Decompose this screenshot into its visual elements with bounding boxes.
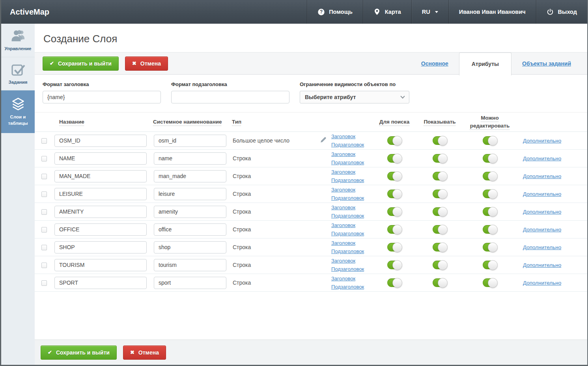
show-toggle[interactable] xyxy=(433,207,447,216)
more-link[interactable]: Дополнительно xyxy=(523,173,561,179)
show-toggle[interactable] xyxy=(433,190,447,198)
attr-name-input[interactable] xyxy=(54,223,147,236)
edit-toggle[interactable] xyxy=(483,154,497,163)
edit-type-pencil-icon[interactable] xyxy=(319,136,327,144)
subheader-link[interactable]: Подзаголовок xyxy=(331,265,364,273)
row-checkbox[interactable] xyxy=(41,156,47,161)
attr-system-input[interactable] xyxy=(154,152,226,165)
header-link[interactable]: Заголовок xyxy=(331,221,355,229)
attr-name-input[interactable] xyxy=(54,277,147,289)
user-menu[interactable]: Иванов Иван Иванович xyxy=(448,0,536,24)
subheader-link[interactable]: Подзаголовок xyxy=(331,158,364,167)
show-toggle[interactable] xyxy=(433,225,447,234)
header-link[interactable]: Заголовок xyxy=(331,186,355,194)
show-toggle[interactable] xyxy=(433,261,447,269)
more-link[interactable]: Дополнительно xyxy=(523,191,561,197)
header-link[interactable]: Заголовок xyxy=(331,132,355,141)
attr-name-input[interactable] xyxy=(54,170,147,182)
edit-toggle[interactable] xyxy=(483,136,497,145)
sidebar-item-layers-tables[interactable]: Слои и таблицы xyxy=(1,90,35,133)
attr-name-input[interactable] xyxy=(54,152,147,165)
show-toggle[interactable] xyxy=(433,172,447,180)
attr-system-input[interactable] xyxy=(154,223,226,236)
more-link[interactable]: Дополнительно xyxy=(523,244,561,250)
row-checkbox[interactable] xyxy=(41,263,47,268)
subheader-link[interactable]: Подзаголовок xyxy=(331,212,364,220)
row-checkbox[interactable] xyxy=(41,174,47,179)
search-toggle[interactable] xyxy=(387,190,402,198)
attr-name-input[interactable] xyxy=(54,135,147,147)
attr-name-input[interactable] xyxy=(54,206,147,218)
tab-main[interactable]: Основное xyxy=(411,60,459,67)
more-link[interactable]: Дополнительно xyxy=(523,138,561,144)
more-link[interactable]: Дополнительно xyxy=(523,156,561,161)
more-link[interactable]: Дополнительно xyxy=(523,262,561,268)
search-toggle[interactable] xyxy=(387,207,402,216)
edit-toggle[interactable] xyxy=(483,207,497,216)
cancel-button-bottom[interactable]: ✖ Отмена xyxy=(123,345,166,360)
subheader-link[interactable]: Подзаголовок xyxy=(331,247,364,255)
header-link[interactable]: Заголовок xyxy=(331,203,355,212)
attr-system-input[interactable] xyxy=(154,241,226,253)
title-format-input[interactable] xyxy=(43,91,161,103)
row-checkbox[interactable] xyxy=(41,245,47,250)
sidebar-item-tasks[interactable]: Задания xyxy=(1,57,35,91)
search-toggle[interactable] xyxy=(387,172,402,180)
more-link[interactable]: Дополнительно xyxy=(523,209,561,215)
header-link[interactable]: Заголовок xyxy=(331,239,355,247)
edit-toggle[interactable] xyxy=(483,243,497,252)
search-toggle[interactable] xyxy=(387,225,402,234)
subheader-link[interactable]: Подзаголовок xyxy=(331,283,364,291)
cancel-button[interactable]: ✖ Отмена xyxy=(125,56,168,71)
sidebar-item-management[interactable]: Управление xyxy=(1,24,35,57)
help-button[interactable]: ? Помощь xyxy=(307,0,363,24)
more-link[interactable]: Дополнительно xyxy=(523,227,561,233)
subheader-link[interactable]: Подзаголовок xyxy=(331,229,364,238)
tab-attributes[interactable]: Атрибуты xyxy=(459,53,511,75)
row-checkbox[interactable] xyxy=(41,280,47,286)
row-checkbox[interactable] xyxy=(41,138,47,144)
edit-toggle[interactable] xyxy=(483,261,497,269)
search-toggle[interactable] xyxy=(387,278,402,287)
search-toggle[interactable] xyxy=(387,261,402,269)
row-checkbox[interactable] xyxy=(41,209,47,215)
more-link[interactable]: Дополнительно xyxy=(523,280,561,286)
map-button[interactable]: Карта xyxy=(363,0,411,24)
search-toggle[interactable] xyxy=(387,154,402,163)
subheader-link[interactable]: Подзаголовок xyxy=(331,141,364,149)
attr-name-input[interactable] xyxy=(54,259,147,271)
edit-toggle[interactable] xyxy=(483,172,497,180)
visibility-attribute-select[interactable]: Выберите атрибут xyxy=(300,91,409,103)
search-toggle[interactable] xyxy=(387,243,402,252)
search-toggle[interactable] xyxy=(387,136,402,145)
attr-system-input[interactable] xyxy=(154,188,226,200)
attr-system-input[interactable] xyxy=(154,259,226,271)
attr-system-input[interactable] xyxy=(154,277,226,289)
show-toggle[interactable] xyxy=(433,243,447,252)
show-toggle[interactable] xyxy=(433,136,447,145)
save-exit-button[interactable]: ✔ Сохранить и выйти xyxy=(43,56,119,71)
save-exit-button-bottom[interactable]: ✔ Сохранить и выйти xyxy=(41,345,117,360)
tab-task-objects[interactable]: Объекты заданий xyxy=(511,60,582,67)
attr-system-input[interactable] xyxy=(154,170,226,182)
header-link[interactable]: Заголовок xyxy=(331,257,355,265)
header-link[interactable]: Заголовок xyxy=(331,150,355,158)
attr-name-input[interactable] xyxy=(54,241,147,253)
language-selector[interactable]: RU xyxy=(411,0,448,24)
edit-toggle[interactable] xyxy=(483,190,497,198)
subheader-link[interactable]: Подзаголовок xyxy=(331,176,364,184)
logout-button[interactable]: Выход xyxy=(536,0,587,24)
show-toggle[interactable] xyxy=(433,278,447,287)
show-toggle[interactable] xyxy=(433,154,447,163)
header-link[interactable]: Заголовок xyxy=(331,168,355,176)
edit-toggle[interactable] xyxy=(483,278,497,287)
subtitle-format-input[interactable] xyxy=(171,91,289,103)
subheader-link[interactable]: Подзаголовок xyxy=(331,194,364,202)
attr-name-input[interactable] xyxy=(54,188,147,200)
attr-system-input[interactable] xyxy=(154,135,226,147)
row-checkbox[interactable] xyxy=(41,227,47,233)
header-link[interactable]: Заголовок xyxy=(331,274,355,283)
row-checkbox[interactable] xyxy=(41,191,47,197)
edit-toggle[interactable] xyxy=(483,225,497,234)
attr-system-input[interactable] xyxy=(154,206,226,218)
